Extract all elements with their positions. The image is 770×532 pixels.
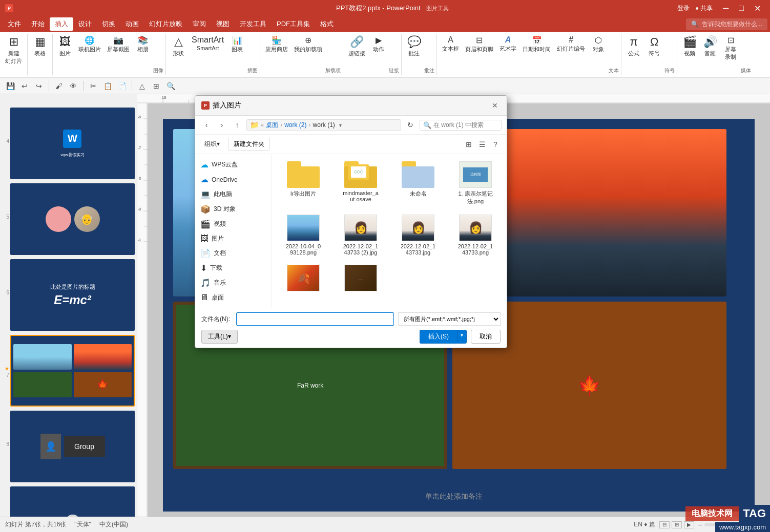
menu-design[interactable]: 设计 <box>73 17 97 31</box>
menu-file[interactable]: 文件 <box>3 17 26 31</box>
symbol-btn[interactable]: Ω 符号 <box>644 34 664 75</box>
insert-arrow-btn[interactable]: ▾ <box>457 330 467 344</box>
breadcrumb-chevron[interactable]: ▾ <box>339 122 342 128</box>
picture-btn[interactable]: 🖼 图片 <box>55 34 75 75</box>
slide-thumb-5[interactable]: 👴 <box>10 183 135 255</box>
tb-shapes[interactable]: △ <box>136 80 148 92</box>
breadcrumb-work1[interactable]: work (1) <box>313 121 335 129</box>
header-footer-btn[interactable]: ⊟ 页眉和页脚 <box>462 34 496 75</box>
menu-start[interactable]: 开始 <box>26 17 50 31</box>
dialog-close-btn[interactable]: ✕ <box>489 100 501 111</box>
sidebar-music[interactable]: 🎵 音乐 <box>195 275 272 290</box>
wordart-btn[interactable]: A 艺术字 <box>496 34 519 75</box>
maximize-btn[interactable]: □ <box>735 4 748 13</box>
view-slideshow-btn[interactable]: ▶ <box>684 521 694 528</box>
file-item-mountain[interactable]: 2022-10-04_093128.png <box>277 212 329 258</box>
menu-insert[interactable]: 插入 <box>50 17 73 31</box>
organize-btn[interactable]: 组织▾ <box>200 138 224 150</box>
sidebar-wps-cloud[interactable]: ☁ WPS云盘 <box>195 157 272 172</box>
filename-input[interactable] <box>236 312 394 326</box>
nav-up-btn[interactable]: ↑ <box>231 119 243 131</box>
online-picture-btn[interactable]: 🌐 联机图片 <box>75 34 104 75</box>
menu-developer[interactable]: 开发工具 <box>235 17 272 31</box>
paste-btn[interactable]: 📄 <box>116 80 128 92</box>
file-item-leaf-2[interactable]: ... <box>335 263 387 295</box>
menu-slideshow[interactable]: 幻灯片放映 <box>144 17 188 31</box>
menu-format[interactable]: 格式 <box>315 17 339 31</box>
insert-btn[interactable]: 插入(S) <box>420 330 457 344</box>
chart-btn[interactable]: 📊 图表 <box>227 34 247 75</box>
nav-forward-btn[interactable]: › <box>216 119 228 131</box>
menu-animation[interactable]: 动画 <box>120 17 144 31</box>
slide-thumb-9[interactable]: 🔍 <box>10 486 135 517</box>
menu-pdf[interactable]: PDF工具集 <box>272 17 315 31</box>
file-item-note-png[interactable]: 流程图 1. 康亲尔笔记法.png <box>449 159 502 207</box>
sidebar-downloads[interactable]: ⬇ 下载 <box>195 261 272 275</box>
cancel-btn[interactable]: 取消 <box>471 330 501 344</box>
file-item-unnamed-folder[interactable]: 未命名 <box>392 159 444 207</box>
sidebar-desktop[interactable]: 🖥 桌面 <box>195 290 272 305</box>
search-input[interactable] <box>433 121 495 129</box>
menu-review[interactable]: 审阅 <box>188 17 211 31</box>
filetype-select[interactable]: 所有图片(*.emf;*.wmf;*.jpg;*j <box>398 312 501 326</box>
nav-refresh-btn[interactable]: ↻ <box>404 119 417 131</box>
menu-view[interactable]: 视图 <box>211 17 235 31</box>
textbox-btn[interactable]: A 文本框 <box>439 34 462 75</box>
tools-btn[interactable]: 工具(L)▾ <box>201 330 238 344</box>
copy-btn[interactable]: 📋 <box>101 80 114 92</box>
album-btn[interactable]: 📚 相册 <box>133 34 153 75</box>
zoom-slider[interactable] <box>704 523 745 526</box>
view-list-btn[interactable]: ☰ <box>476 138 488 151</box>
sidebar-3d-objects[interactable]: 📦 3D 对象 <box>195 202 272 217</box>
tb-zoom[interactable]: 🔍 <box>164 80 177 92</box>
file-item-leaf-1[interactable]: 🍂 <box>277 263 329 295</box>
file-item-mindmaster-folder[interactable]: ⬡⬡⬡ mindmaster_aut osave <box>335 159 387 207</box>
video-btn[interactable]: 🎬 视频 <box>679 34 700 75</box>
new-slide-btn[interactable]: ⊞ 新建 幻灯片 <box>2 34 25 75</box>
zoom-out-btn[interactable]: − <box>698 521 702 529</box>
redo-btn[interactable]: ↪ <box>33 80 45 92</box>
sidebar-videos[interactable]: 🎬 视频 <box>195 217 272 231</box>
audio-btn[interactable]: 🔊 音频 <box>700 34 720 75</box>
breadcrumb-desktop[interactable]: 桌面 <box>266 121 278 130</box>
minimize-btn[interactable]: ─ <box>719 4 733 13</box>
slideno-btn[interactable]: # 幻灯片编号 <box>554 34 588 75</box>
close-btn[interactable]: ✕ <box>750 4 765 13</box>
equation-btn[interactable]: π 公式 <box>623 34 644 75</box>
slide-thumb-4[interactable]: W wps暑假实习 <box>10 108 135 179</box>
slide-thumb-7[interactable]: 🍁 <box>10 335 135 407</box>
sidebar-documents[interactable]: 📄 文档 <box>195 246 272 261</box>
search-box[interactable]: 🔍 <box>420 120 502 131</box>
view-reader-btn[interactable]: ⊞ <box>672 521 682 528</box>
file-item-girl-jpg[interactable]: 👩 2022-12-02_143733.jpg <box>392 212 444 258</box>
store-btn[interactable]: 🏪 应用商店 <box>262 34 291 75</box>
view-icon-btn[interactable]: ⊞ <box>463 138 475 151</box>
zoom-in-btn[interactable]: + <box>747 521 752 529</box>
search-bar[interactable]: 🔍 告诉我您想要做什么... <box>686 18 767 30</box>
share-btn[interactable]: ♦ 共享 <box>696 4 713 13</box>
undo-btn[interactable]: ↩ <box>18 80 31 92</box>
screenshot-btn[interactable]: 📷 屏幕截图 <box>104 34 133 75</box>
screen-record-btn[interactable]: ⊡ 屏幕 录制 <box>720 34 741 75</box>
view-normal-btn[interactable]: ⊟ <box>659 521 670 528</box>
file-item-girl-2[interactable]: 👩 2022-12-02_143733 (2).jpg <box>335 212 387 258</box>
sidebar-pictures[interactable]: 🖼 图片 <box>195 231 272 246</box>
slide-thumb-8[interactable]: 👤 Group <box>10 411 135 482</box>
new-folder-btn[interactable]: 新建文件夹 <box>228 138 270 151</box>
smartart-btn[interactable]: SmartArt SmartArt <box>189 34 227 75</box>
breadcrumb-bar[interactable]: 📁 « 桌面 › work (2) › work (1) ▾ <box>246 119 401 131</box>
breadcrumb-work2[interactable]: work (2) <box>284 121 306 129</box>
nav-back-btn[interactable]: ‹ <box>200 119 213 131</box>
shapes-btn[interactable]: △ 形状 <box>168 34 189 75</box>
comment-btn[interactable]: 💬 批注 <box>404 34 424 75</box>
save-btn[interactable]: 💾 <box>4 80 16 92</box>
tb-arrange[interactable]: ⊞ <box>150 80 162 92</box>
file-item-ir-folder[interactable]: Ir导出图片 <box>277 159 329 207</box>
cut-btn[interactable]: ✂ <box>87 80 99 92</box>
file-item-girl-png[interactable]: 👩 2022-12-02_143733.png <box>449 212 502 258</box>
menu-transition[interactable]: 切换 <box>97 17 120 31</box>
slide-thumb-6[interactable]: 此处是图片的标题 E=mc² <box>10 259 135 331</box>
preview-btn[interactable]: 👁 <box>67 80 79 92</box>
action-btn[interactable]: ▶ 动作 <box>368 34 389 75</box>
login-btn[interactable]: 登录 <box>677 4 690 13</box>
